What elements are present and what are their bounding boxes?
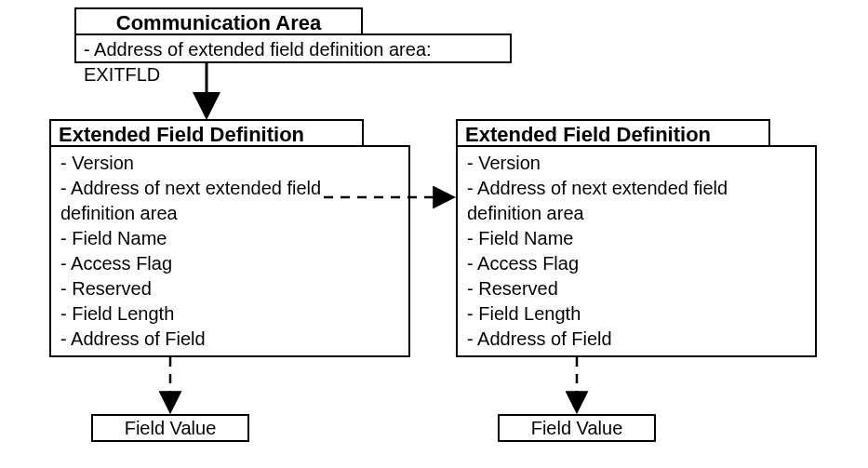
field-value-1-label: Field Value (93, 416, 247, 440)
field-value-2-label: Field Value (500, 416, 654, 440)
comm-area-body: - Address of extended field definition a… (76, 35, 510, 89)
ext-area-2-body-box: - Version - Address of next extended fie… (456, 145, 817, 357)
ext-area-1-body-box: - Version - Address of next extended fie… (49, 145, 410, 357)
ext-area-1-body: - Version - Address of next extended fie… (51, 147, 408, 357)
field-value-1-box: Field Value (91, 414, 249, 442)
ext-area-2-title-box: Extended Field Definition Area (456, 119, 770, 147)
ext-area-1-title-box: Extended Field Definition Area (49, 119, 364, 147)
comm-area-body-box: - Address of extended field definition a… (74, 33, 512, 63)
comm-area-title-box: Communication Area (74, 7, 363, 35)
field-value-2-box: Field Value (498, 414, 656, 442)
ext-area-2-body: - Version - Address of next extended fie… (458, 147, 815, 357)
